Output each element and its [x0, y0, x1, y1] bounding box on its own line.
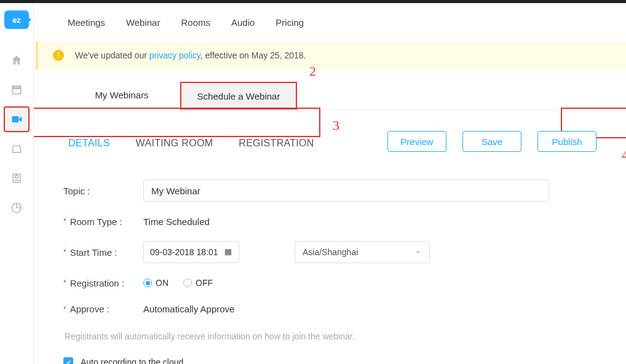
- registration-off-radio[interactable]: OFF: [183, 278, 213, 288]
- row-topic: Topic :: [63, 175, 596, 206]
- timezone-value: Asia/Shanghai: [303, 247, 358, 257]
- video-icon: [10, 113, 23, 125]
- registration-on-radio[interactable]: ON: [143, 278, 168, 288]
- menu-audio[interactable]: Audio: [231, 17, 255, 28]
- radio-icon: [183, 279, 192, 287]
- sidebar-item-home[interactable]: [4, 47, 30, 73]
- publish-button[interactable]: Publish: [537, 131, 596, 152]
- preview-button[interactable]: Preview: [387, 131, 446, 152]
- approve-label: * Approve :: [63, 304, 143, 314]
- menubar: Meetings Webinar Rooms Audio Pricing: [34, 3, 626, 41]
- radio-icon: [143, 279, 152, 287]
- required-marker: *: [63, 305, 66, 314]
- auto-record-checkbox[interactable]: [63, 357, 73, 364]
- approve-hint: Registrants will automatically receive i…: [65, 331, 596, 341]
- subtab-registration[interactable]: REGISTRATION: [239, 138, 314, 149]
- required-marker: *: [63, 248, 66, 256]
- info-icon: !: [53, 50, 64, 61]
- check-icon: [65, 359, 72, 365]
- sidebar-item-reports[interactable]: [4, 195, 30, 221]
- menu-meetings[interactable]: Meetings: [68, 17, 105, 28]
- form: Topic : * Room Type : Time Scheduled * S…: [63, 175, 596, 364]
- tab-schedule-webinar[interactable]: Schedule a Webinar: [180, 82, 297, 109]
- sidebar-item-drive[interactable]: [4, 136, 30, 162]
- sidebar: ez: [0, 3, 34, 364]
- camera-icon: [28, 17, 31, 23]
- subtab-details[interactable]: DETAILS: [68, 138, 110, 149]
- notice-banner: ! We've updated our privacy policy, effe…: [36, 41, 626, 69]
- sidebar-item-webinar[interactable]: [4, 106, 30, 132]
- notice-post: , effective on May 25, 2018.: [200, 50, 306, 60]
- privacy-link[interactable]: privacy policy: [149, 50, 200, 60]
- calendar-icon: [224, 248, 232, 256]
- room-type-label-text: Room Type :: [70, 216, 122, 227]
- notice-text: We've updated our privacy policy, effect…: [75, 50, 306, 60]
- tab-my-webinars[interactable]: My Webinars: [63, 82, 180, 109]
- tab-row: My Webinars Schedule a Webinar: [63, 82, 596, 110]
- timezone-select[interactable]: Asia/Shanghai: [295, 241, 430, 263]
- menu-rooms[interactable]: Rooms: [181, 17, 210, 28]
- sidebar-item-calendar[interactable]: [4, 77, 30, 103]
- main: Meetings Webinar Rooms Audio Pricing ! W…: [34, 3, 626, 364]
- row-registration: * Registration : ON OFF: [63, 267, 596, 298]
- approve-value: Automatically Approve: [143, 304, 234, 314]
- content: 1 2 3 4 My Webinars Schedule a Webinar D…: [34, 69, 626, 364]
- menu-webinar[interactable]: Webinar: [126, 17, 160, 28]
- calendar-icon: [10, 84, 23, 96]
- save-button[interactable]: Save: [462, 131, 521, 152]
- contacts-icon: [10, 172, 23, 184]
- topic-input[interactable]: [143, 180, 549, 202]
- start-time-label: * Start Time :: [63, 247, 143, 258]
- sidebar-item-contacts[interactable]: [4, 165, 30, 191]
- required-marker: *: [63, 217, 66, 226]
- required-marker: *: [63, 279, 66, 287]
- auto-record-label: Auto recording to the cloud: [81, 357, 183, 364]
- anno-4: 4: [622, 147, 626, 163]
- row-room-type: * Room Type : Time Scheduled: [63, 206, 596, 237]
- room-type-value: Time Scheduled: [143, 216, 210, 227]
- topic-label-text: Topic :: [63, 186, 90, 196]
- registration-on-label: ON: [156, 278, 168, 288]
- row-start-time: * Start Time : 09-03-2018 18:01 Asia/Sha…: [63, 237, 596, 267]
- pie-icon: [10, 202, 23, 214]
- action-buttons: Preview Save Publish: [387, 131, 596, 152]
- subtab-waiting[interactable]: WAITING ROOM: [136, 138, 213, 149]
- drive-icon: [10, 143, 23, 155]
- start-time-label-text: Start Time :: [70, 247, 117, 258]
- home-icon: [10, 54, 23, 66]
- room-type-label: * Room Type :: [63, 216, 143, 227]
- notice-pre: We've updated our: [75, 50, 149, 60]
- registration-radio-group: ON OFF: [143, 278, 213, 288]
- approve-label-text: Approve :: [70, 304, 109, 314]
- row-auto-record: Auto recording to the cloud: [63, 357, 596, 364]
- subtab-row: DETAILS WAITING ROOM REGISTRATION Previe…: [63, 131, 596, 156]
- registration-label: * Registration :: [63, 278, 143, 288]
- app-logo[interactable]: ez: [4, 10, 29, 29]
- chevron-down-icon: [414, 248, 422, 256]
- start-time-value: 09-03-2018 18:01: [150, 247, 218, 257]
- registration-label-text: Registration :: [70, 278, 124, 288]
- start-time-input[interactable]: 09-03-2018 18:01: [143, 241, 239, 263]
- topic-label: Topic :: [63, 186, 143, 196]
- row-approve: * Approve : Automatically Approve: [63, 298, 596, 329]
- registration-off-label: OFF: [196, 278, 213, 288]
- app-logo-text: ez: [12, 15, 21, 25]
- menu-pricing[interactable]: Pricing: [275, 17, 304, 28]
